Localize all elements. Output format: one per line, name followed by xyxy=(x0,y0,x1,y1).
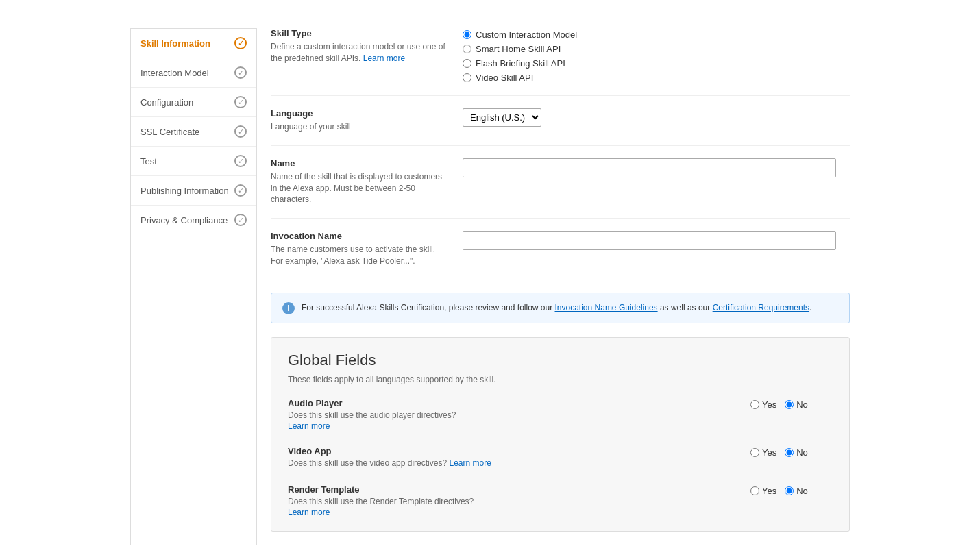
invocation-name-input[interactable] xyxy=(463,231,836,250)
name-input-col xyxy=(463,158,850,206)
skill-type-radio-video[interactable] xyxy=(463,73,471,82)
name-description: Name of the skill that is displayed to c… xyxy=(271,171,449,206)
invocation-name-section: Invocation Name The name customers use t… xyxy=(271,231,850,280)
skill-type-radio-group: Custom Interaction ModelSmart Home Skill… xyxy=(463,28,850,83)
language-label-col: Language Language of your skill xyxy=(271,108,449,133)
sidebar-item-privacy-compliance[interactable]: Privacy & Compliance✓ xyxy=(131,206,256,234)
skill-type-option-flash-briefing[interactable]: Flash Briefing Skill API xyxy=(463,58,850,69)
sidebar-item-ssl-certificate[interactable]: SSL Certificate✓ xyxy=(131,117,256,147)
global-field-name-video-app: Video App xyxy=(288,446,737,456)
sidebar-item-interaction-model[interactable]: Interaction Model✓ xyxy=(131,58,256,88)
global-field-radio-col-video-app: Yes No xyxy=(750,446,833,458)
invocation-name-description: The name customers use to activate the s… xyxy=(271,244,449,267)
global-field-name-audio-player: Audio Player xyxy=(288,398,737,408)
info-icon: i xyxy=(282,302,295,314)
global-fields-box: Global Fields These fields apply to all … xyxy=(271,337,850,532)
sidebar-item-label: Test xyxy=(140,156,157,166)
skill-type-description: Define a custom interaction model or use… xyxy=(271,41,449,64)
certification-info-box: i For successful Alexa Skills Certificat… xyxy=(271,293,850,323)
skill-type-learn-more[interactable]: Learn more xyxy=(363,53,405,63)
invocation-name-heading: Invocation Name xyxy=(271,231,449,241)
global-field-desc-video-app: Does this skill use the video app direct… xyxy=(288,458,737,468)
sidebar-item-test[interactable]: Test✓ xyxy=(131,147,256,176)
skill-type-input-col: Custom Interaction ModelSmart Home Skill… xyxy=(463,28,850,83)
global-field-radio-col-render-template: Yes No xyxy=(750,484,833,496)
global-field-no-render-template[interactable]: No xyxy=(785,486,808,496)
sidebar-item-configuration[interactable]: Configuration✓ xyxy=(131,88,256,117)
skill-type-heading: Skill Type xyxy=(271,28,449,38)
invocation-name-label-col: Invocation Name The name customers use t… xyxy=(271,231,449,267)
global-field-desc-render-template: Does this skill use the Render Template … xyxy=(288,497,737,506)
skill-type-section: Skill Type Define a custom interaction m… xyxy=(271,28,850,96)
sidebar-item-label: Publishing Information xyxy=(140,186,229,196)
sidebar: Skill Information✓Interaction Model✓Conf… xyxy=(130,28,257,545)
check-icon: ✓ xyxy=(234,66,247,79)
skill-type-option-label: Video Skill API xyxy=(476,73,533,83)
language-input-col: English (U.S.) xyxy=(463,108,850,133)
global-field-render-template: Render TemplateDoes this skill use the R… xyxy=(288,484,833,517)
global-field-row-render-template: Render TemplateDoes this skill use the R… xyxy=(288,484,833,517)
invocation-name-guidelines-link[interactable]: Invocation Name Guidelines xyxy=(555,303,658,312)
language-description: Language of your skill xyxy=(271,121,449,133)
global-field-video-app: Video AppDoes this skill use the video a… xyxy=(288,446,833,469)
invocation-name-input-col xyxy=(463,231,850,267)
skill-type-option-video[interactable]: Video Skill API xyxy=(463,73,850,83)
sidebar-item-publishing-information[interactable]: Publishing Information✓ xyxy=(131,176,256,206)
global-field-label-col-video-app: Video AppDoes this skill use the video a… xyxy=(288,446,737,469)
global-field-row-video-app: Video AppDoes this skill use the video a… xyxy=(288,446,833,469)
certification-requirements-link[interactable]: Certification Requirements xyxy=(713,303,809,312)
global-field-yes-video-app[interactable]: Yes xyxy=(750,447,776,458)
check-icon: ✓ xyxy=(234,155,247,167)
name-label-col: Name Name of the skill that is displayed… xyxy=(271,158,449,206)
check-icon: ✓ xyxy=(234,37,247,49)
skill-type-label-col: Skill Type Define a custom interaction m… xyxy=(271,28,449,83)
skill-type-option-label: Custom Interaction Model xyxy=(476,29,577,40)
skill-type-radio-smart-home[interactable] xyxy=(463,45,471,53)
check-icon: ✓ xyxy=(234,125,247,138)
global-field-learn-more-audio-player[interactable]: Learn more xyxy=(288,421,737,431)
language-heading: Language xyxy=(271,108,449,119)
global-field-name-render-template: Render Template xyxy=(288,484,737,495)
info-text-after: . xyxy=(809,303,811,312)
global-field-audio-player: Audio PlayerDoes this skill use the audi… xyxy=(288,398,833,431)
content-area: Skill Type Define a custom interaction m… xyxy=(271,28,850,545)
global-field-learn-more-video-app[interactable]: Learn more xyxy=(449,458,491,468)
info-text-middle: as well as our xyxy=(658,303,713,312)
sidebar-item-label: Skill Information xyxy=(140,38,210,49)
top-divider xyxy=(0,14,980,14)
skill-type-radio-flash-briefing[interactable] xyxy=(463,59,471,68)
global-field-row-audio-player: Audio PlayerDoes this skill use the audi… xyxy=(288,398,833,431)
global-field-no-video-app[interactable]: No xyxy=(785,447,808,458)
sidebar-item-label: Privacy & Compliance xyxy=(140,215,228,225)
sidebar-item-label: Configuration xyxy=(140,97,193,108)
name-input[interactable] xyxy=(463,158,836,177)
global-fields-list: Audio PlayerDoes this skill use the audi… xyxy=(288,398,833,517)
check-icon: ✓ xyxy=(234,214,247,226)
skill-type-option-label: Smart Home Skill API xyxy=(476,44,561,54)
skill-type-radio-custom[interactable] xyxy=(463,30,471,39)
name-section: Name Name of the skill that is displayed… xyxy=(271,158,850,219)
check-icon: ✓ xyxy=(234,96,247,108)
global-field-yes-audio-player[interactable]: Yes xyxy=(750,399,776,410)
global-field-radio-col-audio-player: Yes No xyxy=(750,398,833,410)
main-layout: Skill Information✓Interaction Model✓Conf… xyxy=(0,28,980,545)
global-fields-subtitle: These fields apply to all languages supp… xyxy=(288,375,833,384)
global-field-label-col-audio-player: Audio PlayerDoes this skill use the audi… xyxy=(288,398,737,431)
info-text-before: For successful Alexa Skills Certificatio… xyxy=(302,303,555,312)
name-heading: Name xyxy=(271,158,449,169)
page-wrapper: Skill Information✓Interaction Model✓Conf… xyxy=(0,0,980,546)
global-field-desc-audio-player: Does this skill use the audio player dir… xyxy=(288,410,737,420)
sidebar-item-skill-information[interactable]: Skill Information✓ xyxy=(131,29,256,58)
sidebar-item-label: SSL Certificate xyxy=(140,127,199,137)
global-field-no-audio-player[interactable]: No xyxy=(785,399,808,410)
global-field-yes-render-template[interactable]: Yes xyxy=(750,486,776,496)
info-box-text: For successful Alexa Skills Certificatio… xyxy=(302,301,811,314)
skill-type-option-custom[interactable]: Custom Interaction Model xyxy=(463,29,850,40)
global-field-learn-more-render-template[interactable]: Learn more xyxy=(288,508,737,517)
language-select[interactable]: English (U.S.) xyxy=(463,108,541,127)
skill-type-option-smart-home[interactable]: Smart Home Skill API xyxy=(463,44,850,54)
global-field-label-col-render-template: Render TemplateDoes this skill use the R… xyxy=(288,484,737,517)
check-icon: ✓ xyxy=(234,184,247,197)
global-fields-title: Global Fields xyxy=(288,351,833,369)
sidebar-item-label: Interaction Model xyxy=(140,68,209,78)
